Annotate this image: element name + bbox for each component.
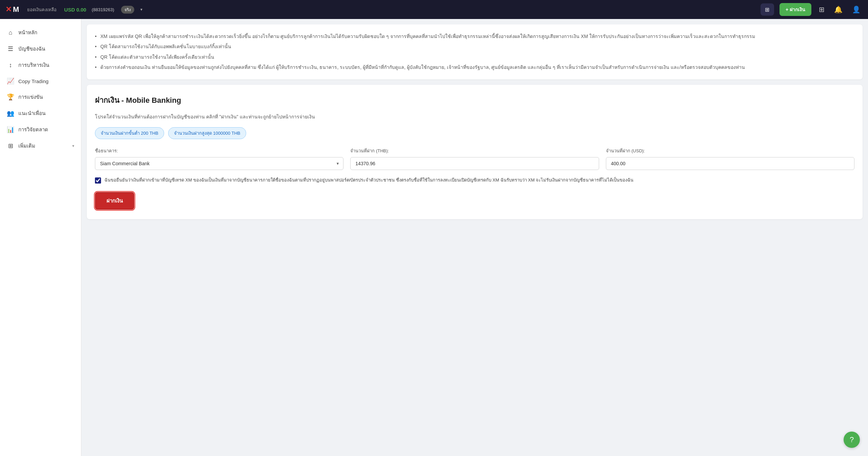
logo-m: M [13,5,19,14]
help-icon: ? [850,435,854,444]
info-item-4: ด้วยการส่งคำขอถอนเงิน ท่านยืนยอมให้ข้อมู… [95,62,854,72]
info-list: XM เผยแพร่รหัส QR เพื่อให้ลูกค้าสามารถชำ… [95,31,854,73]
info-item-1: XM เผยแพร่รหัส QR เพื่อให้ลูกค้าสามารถชำ… [95,31,854,41]
bank-select-wrapper: Siam Commercial Bank Bangkok Bank Kasiko… [95,157,343,170]
deposit-title: ฝากเงิน - Mobile Banking [95,94,854,106]
sidebar-item-market-research[interactable]: 📊 การวิจัยตลาด [0,121,81,138]
logo: ✕ M [5,5,19,14]
confirm-checkbox[interactable] [95,177,101,184]
form-row-inputs: ชื่อธนาคาร: Siam Commercial Bank Bangkok… [95,147,854,170]
sidebar-accounts-label: บัญชีของฉัน [18,45,74,53]
deposit-description: โปรดใส่จำนวนเงินที่ท่านต้องการฝากในบัญชี… [95,113,854,120]
market-research-icon: 📊 [7,126,14,133]
content-area: XM เผยแพร่รหัส QR เพื่อให้ลูกค้าสามารถชำ… [81,19,868,225]
info-card: XM เผยแพร่รหัส QR เพื่อให้ลูกค้าสามารถชำ… [87,24,863,79]
account-type-badge: จริง [121,6,134,14]
help-fab-button[interactable]: ? [844,432,860,448]
thb-form-group: จำนวนที่ฝาก (THB): [350,147,599,170]
confirm-checkbox-label: ฉันขอยืนยันว่าเงินที่ฝากเข้ามาที่บัญชีเท… [104,177,633,184]
bank-label: ชื่อธนาคาร: [95,147,343,154]
info-item-3: QR โค้ดแต่ละตัวสามารถใช้งานได้เพียงครั้ง… [95,52,854,62]
sidebar-home-label: หน้าหลัก [18,28,74,37]
min-limit-badge: จำนวนเงินฝากขั้นต่ำ 200 THB [95,127,164,139]
sidebar-item-more[interactable]: ⊞ เพิ่มเติม ▾ [0,138,81,154]
sidebar-item-money-management[interactable]: ↕ การบริหารเงิน [0,57,81,73]
sidebar-market-label: การวิจัยตลาด [18,126,74,134]
sidebar-referral-label: แนะนำเพื่อน [18,109,74,117]
bank-form-group: ชื่อธนาคาร: Siam Commercial Bank Bangkok… [95,147,343,170]
usd-label: จำนวนที่ฝาก (USD): [606,147,854,154]
deposit-limits: จำนวนเงินฝากขั้นต่ำ 200 THB จำนวนเงินฝาก… [95,127,854,139]
bell-icon-button[interactable]: 🔔 [832,3,845,16]
sidebar-item-accounts[interactable]: ☰ บัญชีของฉัน [0,41,81,57]
sidebar-item-competition[interactable]: 🏆 การแข่งขัน [0,89,81,105]
account-number: (88319263) [92,7,114,12]
copy-trading-icon: 📈 [7,77,14,85]
top-header: ✕ M ยอดเงินคงเหลือ USD 0.00 (88319263) จ… [0,0,868,19]
sidebar-money-label: การบริหารเงิน [18,61,74,69]
more-icon: ⊞ [7,142,14,150]
usd-input[interactable] [606,157,854,170]
usd-form-group: จำนวนที่ฝาก (USD): [606,147,854,170]
sidebar-more-label: เพิ่มเติม [18,142,68,150]
sidebar-competition-label: การแข่งขัน [18,93,74,101]
main-layout: ⌂ หน้าหลัก ☰ บัญชีของฉัน ↕ การบริหารเงิน… [0,19,868,456]
sidebar-item-referral[interactable]: 👥 แนะนำเพื่อน [0,105,81,121]
balance-value: USD 0.00 [64,7,86,13]
grid-button[interactable]: ⊞ [761,3,774,16]
checkbox-row: ฉันขอยืนยันว่าเงินที่ฝากเข้ามาที่บัญชีเท… [95,177,854,184]
more-arrow-icon: ▾ [72,144,74,148]
balance-label: ยอดเงินคงเหลือ [27,6,57,13]
max-limit-badge: จำนวนเงินฝากสูงสุด 1000000 THB [168,127,246,139]
deposit-submit-button[interactable]: ฝากเงิน [95,192,134,210]
referral-icon: 👥 [7,110,14,117]
apps-icon-button[interactable]: ⊞ [817,3,827,16]
header-deposit-button[interactable]: + ฝากเงิน [780,3,811,16]
bank-select[interactable]: Siam Commercial Bank Bangkok Bank Kasiko… [95,157,343,170]
user-icon-button[interactable]: 👤 [850,3,863,16]
thb-input[interactable] [350,157,599,170]
accounts-icon: ☰ [7,45,14,53]
money-management-icon: ↕ [7,62,14,69]
info-item-2: QR โค้ดสามารถใช้งานได้กับแอพพลิเคชั่นโมบ… [95,41,854,52]
sidebar-copy-trading-label: Copy Trading [18,78,74,84]
main-content: XM เผยแพร่รหัส QR เพื่อให้ลูกค้าสามารถชำ… [81,19,868,456]
sidebar-item-copy-trading[interactable]: 📈 Copy Trading [0,73,81,89]
sidebar-item-home[interactable]: ⌂ หน้าหลัก [0,24,81,41]
competition-icon: 🏆 [7,93,14,101]
home-icon: ⌂ [7,29,14,36]
deposit-card: ฝากเงิน - Mobile Banking โปรดใส่จำนวนเงิ… [87,85,863,219]
logo-x: ✕ [5,5,12,14]
account-dropdown-arrow[interactable]: ▾ [140,7,142,12]
thb-label: จำนวนที่ฝาก (THB): [350,147,599,154]
sidebar: ⌂ หน้าหลัก ☰ บัญชีของฉัน ↕ การบริหารเงิน… [0,19,81,456]
